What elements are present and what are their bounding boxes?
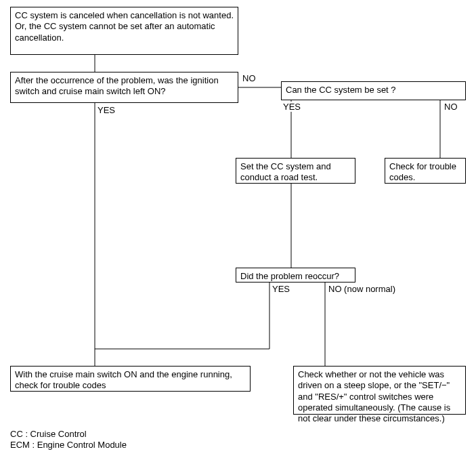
node-q1: After the occurrence of the problem, was…	[10, 72, 238, 103]
edge-q1-yes-label: YES	[98, 105, 115, 115]
node-check1: Check for trouble codes.	[385, 158, 466, 184]
flowchart-canvas: CC system is canceled when cancellation …	[0, 0, 476, 460]
legend-line-2: ECM : Engine Control Module	[10, 440, 127, 450]
edge-q3-yes-label: YES	[272, 284, 290, 294]
node-action1: With the cruise main switch ON and the e…	[10, 366, 251, 392]
node-q3: Did the problem reoccur?	[236, 268, 355, 283]
node-action1-text: With the cruise main switch ON and the e…	[15, 369, 232, 390]
node-q1-text: After the occurrence of the problem, was…	[15, 75, 219, 96]
node-check1-text: Check for trouble codes.	[389, 161, 456, 182]
edge-q2-no-label: NO	[444, 102, 458, 112]
node-q2: Can the CC system be set ?	[281, 81, 466, 100]
node-action2-text: Check whether or not the vehicle was dri…	[298, 369, 450, 423]
node-action2: Check whether or not the vehicle was dri…	[293, 366, 466, 415]
node-start: CC system is canceled when cancellation …	[10, 7, 238, 55]
node-q3-text: Did the problem reoccur?	[240, 271, 339, 281]
node-start-text: CC system is canceled when cancellation …	[15, 10, 234, 43]
node-step1: Set the CC system and conduct a road tes…	[236, 158, 355, 184]
node-step1-text: Set the CC system and conduct a road tes…	[240, 161, 331, 182]
node-q2-text: Can the CC system be set ?	[286, 85, 396, 95]
edge-q3-no-label: NO (now normal)	[328, 284, 395, 294]
edge-q2-yes-label: YES	[283, 102, 301, 112]
legend-line-1: CC : Cruise Control	[10, 429, 87, 439]
edge-q1-no-label: NO	[242, 73, 256, 83]
